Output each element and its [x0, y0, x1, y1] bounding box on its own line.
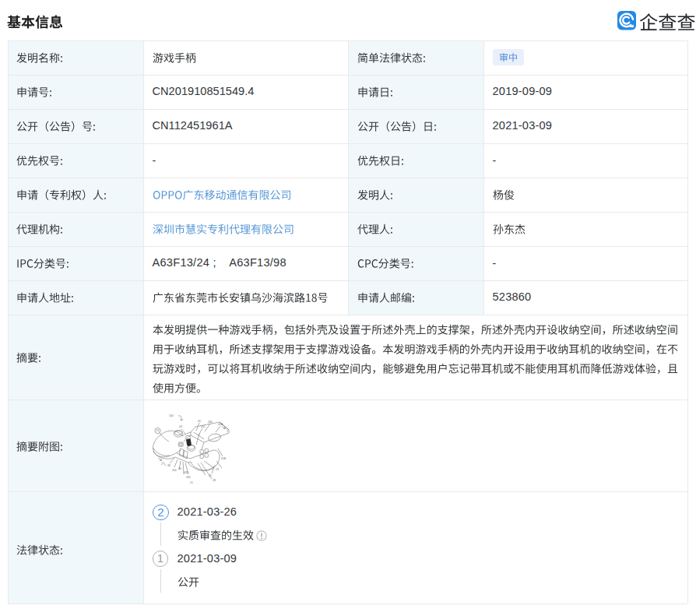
svg-text:21: 21	[190, 481, 193, 484]
svg-text:434: 434	[208, 421, 213, 424]
svg-text:433: 433	[184, 471, 188, 474]
svg-text:1: 1	[227, 430, 228, 433]
svg-text:38: 38	[167, 464, 170, 467]
svg-text:435: 435	[186, 476, 191, 479]
svg-text:25: 25	[209, 474, 212, 477]
svg-text:200: 200	[172, 469, 177, 472]
svg-text:30: 30	[178, 467, 181, 470]
svg-text:45: 45	[198, 420, 201, 423]
svg-text:20: 20	[156, 429, 160, 432]
svg-text:43: 43	[179, 425, 182, 428]
svg-text:41A: 41A	[218, 423, 223, 426]
svg-text:23: 23	[216, 468, 219, 471]
svg-text:41B: 41B	[221, 457, 227, 460]
svg-text:100: 100	[169, 414, 174, 417]
svg-text:28: 28	[213, 479, 216, 482]
svg-text:2: 2	[161, 463, 163, 466]
svg-text:451: 451	[201, 425, 206, 428]
